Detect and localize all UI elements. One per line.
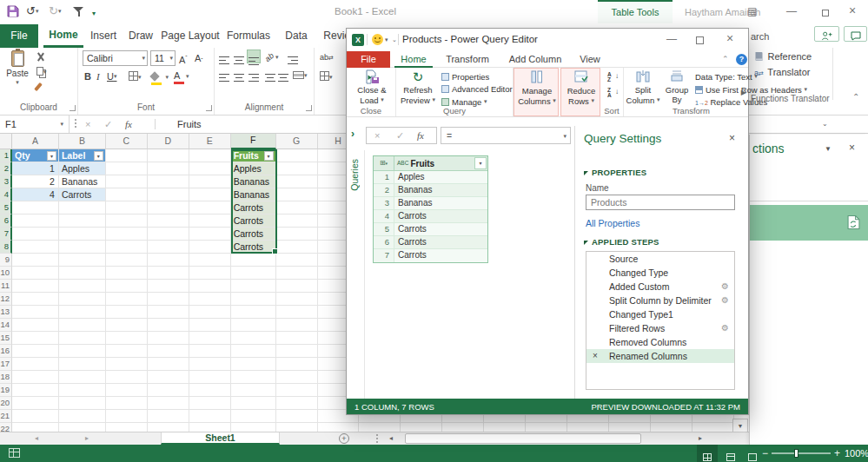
grid-cell-G13[interactable] <box>276 306 318 319</box>
grid-cell-G22[interactable] <box>276 423 318 432</box>
column-header-C[interactable]: C <box>106 134 148 149</box>
row-header-21[interactable]: 21 <box>0 410 12 423</box>
grid-cell-M22[interactable] <box>526 423 567 432</box>
split-column-button[interactable]: Split Column ▾ <box>626 69 660 105</box>
row-header-7[interactable]: 7 <box>0 228 12 241</box>
grid-cell-C5[interactable] <box>106 201 148 214</box>
reduce-rows-button[interactable]: Reduce Rows ▾ <box>563 70 600 106</box>
grid-cell-B21[interactable] <box>59 410 106 423</box>
row-header-5[interactable]: 5 <box>0 201 12 214</box>
excel-tab-file[interactable]: File <box>0 24 38 48</box>
grid-cell-F10[interactable] <box>231 267 276 280</box>
grid-cell-N22[interactable] <box>567 423 609 432</box>
grid-cell-A22[interactable] <box>12 423 59 432</box>
query-list-item[interactable] <box>750 205 868 241</box>
row-header-10[interactable]: 10 <box>0 267 12 280</box>
grid-cell-B14[interactable] <box>59 319 106 332</box>
enter-icon[interactable]: ✓ <box>104 116 112 133</box>
grid-cell-G18[interactable] <box>276 371 318 384</box>
grid-cell-D4[interactable] <box>148 188 189 201</box>
grid-cell-A6[interactable] <box>12 214 59 228</box>
grid-cell-C12[interactable] <box>106 293 148 306</box>
applied-step[interactable]: Split Column by Delimiter⚙ <box>586 294 734 307</box>
row-header-13[interactable]: 13 <box>0 306 12 319</box>
grid-cell-D17[interactable] <box>148 358 189 371</box>
applied-step[interactable]: Removed Columns <box>586 335 734 349</box>
grid-cell-D11[interactable] <box>148 280 189 293</box>
underline-button[interactable]: U▾ <box>107 70 116 82</box>
grid-cell-F2[interactable]: Apples <box>231 162 276 175</box>
grid-cell-G3[interactable] <box>276 175 318 188</box>
queries-strip[interactable]: Queries <box>347 150 365 400</box>
preview-row[interactable]: 3Bananas <box>374 197 487 210</box>
pq-cancel-icon[interactable]: × <box>374 128 380 144</box>
grid-cell-F13[interactable] <box>231 306 276 319</box>
grid-cell-C13[interactable] <box>106 306 148 319</box>
pq-collapse-ribbon-icon[interactable]: ⌃ <box>722 55 729 63</box>
pq-tab-view[interactable]: View <box>571 51 609 68</box>
share-button[interactable] <box>814 26 839 42</box>
grid-cell-D1[interactable] <box>148 149 189 162</box>
row-header-3[interactable]: 3 <box>0 175 12 188</box>
translator-button[interactable]: a⇄ Translator <box>754 63 810 79</box>
sheet-tab-active[interactable]: Sheet1 <box>161 432 280 445</box>
grid-cell-A13[interactable] <box>12 306 59 319</box>
zoom-out-button[interactable]: − <box>762 447 768 459</box>
grid-cell-A3[interactable]: 2 <box>12 175 59 188</box>
font-dialog-launcher[interactable] <box>206 105 212 111</box>
grid-cell-F3[interactable]: Bananas <box>231 175 276 188</box>
grid-cell-E2[interactable] <box>189 162 231 175</box>
grid-cell-G15[interactable] <box>276 332 318 345</box>
preview-cell[interactable]: Carrots <box>394 236 487 248</box>
grid-cell-E17[interactable] <box>189 358 231 371</box>
grid-cell-G9[interactable] <box>276 254 318 267</box>
hscroll-thumb[interactable] <box>405 433 641 444</box>
preview-row[interactable]: 5Carrots <box>374 223 487 236</box>
preview-row[interactable]: 4Carrots <box>374 210 487 223</box>
preview-cell[interactable]: Bananas <box>394 197 487 209</box>
grid-cell-G10[interactable] <box>276 267 318 280</box>
grid-cell-F21[interactable] <box>231 410 276 423</box>
grid-cell-D14[interactable] <box>148 319 189 332</box>
grid-cell-B20[interactable] <box>59 397 106 410</box>
grid-cell-P22[interactable] <box>651 423 692 432</box>
pq-fx-icon[interactable]: fx <box>417 128 424 144</box>
pq-check-icon[interactable]: ✓ <box>396 128 404 144</box>
grid-cell-B19[interactable] <box>59 384 106 397</box>
grid-cell-B17[interactable] <box>59 358 106 371</box>
search-box-fragment[interactable]: arch <box>751 31 769 42</box>
number-format-icon[interactable]: ab⇄ <box>320 51 334 64</box>
pq-tab-transform[interactable]: Transform <box>437 51 498 68</box>
grid-cell-A5[interactable] <box>12 201 59 214</box>
first-row-headers-button[interactable]: Use First Row as Headers ▾ <box>695 83 807 95</box>
grid-cell-B10[interactable] <box>59 267 106 280</box>
row-header-17[interactable]: 17 <box>0 358 12 371</box>
preview-cell[interactable]: Bananas <box>394 184 487 196</box>
grid-cell-A21[interactable] <box>12 410 59 423</box>
grid-cell-C8[interactable] <box>106 241 148 254</box>
row-header-20[interactable]: 20 <box>0 397 12 410</box>
step-settings-gear-icon[interactable]: ⚙ <box>721 321 729 335</box>
insert-function-icon[interactable]: fx <box>125 116 132 133</box>
copy-icon[interactable]: ▾ <box>36 67 47 77</box>
preview-cell[interactable]: Carrots <box>394 249 487 262</box>
redo-button[interactable]: ↻▾ <box>49 4 61 18</box>
grid-cell-B1[interactable]: Label▾ <box>59 149 106 162</box>
grid-cell-F5[interactable]: Carrots <box>231 201 276 214</box>
grid-cell-A11[interactable] <box>12 280 59 293</box>
grid-cell-E21[interactable] <box>189 410 231 423</box>
reference-button[interactable]: Reference <box>754 48 812 63</box>
grid-cell-B9[interactable] <box>59 254 106 267</box>
pane-dropdown-icon[interactable]: ▼ <box>825 145 832 153</box>
middle-align-icon[interactable] <box>232 50 246 63</box>
grid-cell-C4[interactable] <box>106 188 148 201</box>
grid-cell-E9[interactable] <box>189 254 231 267</box>
grid-cell-F6[interactable]: Carrots <box>231 214 276 228</box>
grid-cell-C2[interactable] <box>106 162 148 175</box>
grid-cell-G19[interactable] <box>276 384 318 397</box>
grid-cell-B2[interactable]: Apples <box>59 162 106 175</box>
excel-tab-data[interactable]: Data <box>276 24 316 48</box>
qat-dropdown-icon[interactable]: ⌄ <box>392 36 397 43</box>
grid-cell-D16[interactable] <box>148 345 189 358</box>
normal-view-button[interactable] <box>697 445 718 462</box>
